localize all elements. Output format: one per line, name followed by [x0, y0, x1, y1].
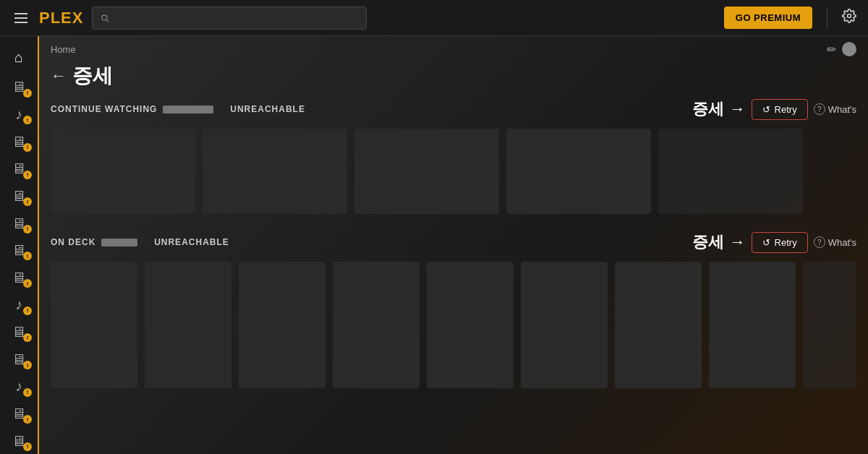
card-tall-1[interactable]	[51, 262, 137, 388]
retry-icon-2: ↺	[762, 237, 770, 248]
warn-badge-6: !	[23, 225, 32, 234]
search-input[interactable]	[116, 12, 359, 23]
section1-cards	[51, 129, 856, 214]
section2-retry-button[interactable]: ↺ Retry	[752, 232, 808, 253]
card-tall-5[interactable]	[427, 262, 514, 388]
sidebar-item-home[interactable]: ⌂	[7, 42, 30, 73]
retry-icon-1: ↺	[762, 104, 770, 115]
sidebar-item-6[interactable]: 🖥 !	[3, 210, 35, 236]
section1-header: CONTINUE WATCHING · UNREACHABLE 증세 → ↺ R…	[51, 98, 856, 120]
section-continue-watching: CONTINUE WATCHING · UNREACHABLE 증세 → ↺ R…	[39, 98, 868, 231]
sidebar-item-5[interactable]: 🖥 !	[3, 184, 35, 210]
card-wide-4[interactable]	[506, 129, 651, 214]
section2-whats-button[interactable]: ? What's	[814, 236, 856, 248]
warn-badge-8: !	[23, 279, 32, 288]
section2-arrow[interactable]: →	[730, 233, 746, 252]
section1-blurred	[163, 106, 213, 113]
warn-badge-12: !	[23, 388, 32, 397]
card-wide-5[interactable]	[658, 129, 803, 214]
warn-badge-13: !	[23, 415, 32, 424]
card-wide-1[interactable]	[51, 129, 195, 214]
section2-header: ON DECK · UNREACHABLE 증세 → ↺ Retry ? Wha…	[51, 231, 856, 253]
sidebar-item-14[interactable]: 🖥 !	[3, 428, 35, 454]
warn-badge-1: !	[23, 89, 32, 98]
card-tall-3[interactable]	[239, 262, 326, 388]
layout: ⌂ 🖥 ! ♪ ! 🖥 ! 🖥 ! 🖥 ! 🖥 ! 🖥 !	[0, 36, 868, 454]
breadcrumb-home: Home	[51, 44, 76, 55]
go-premium-button[interactable]: GO PREMIUM	[724, 7, 812, 29]
back-arrow[interactable]: ←	[51, 67, 67, 85]
warn-badge-3: !	[23, 143, 32, 152]
warn-badge-9: !	[23, 307, 32, 315]
sidebar-item-10[interactable]: 🖥 !	[3, 320, 35, 346]
sidebar-item-11[interactable]: 🖥 !	[3, 346, 35, 372]
card-tall-8[interactable]	[709, 262, 796, 388]
card-wide-3[interactable]	[354, 129, 499, 214]
plex-logo: PLEX	[39, 9, 83, 27]
breadcrumb-bar: Home ✏	[39, 36, 868, 59]
section1-retry-button[interactable]: ↺ Retry	[752, 99, 808, 120]
card-tall-7[interactable]	[615, 262, 702, 388]
sidebar-item-8[interactable]: 🖥 !	[3, 265, 35, 291]
section2-unreachable: UNREACHABLE	[154, 237, 229, 247]
section1-whats-button[interactable]: ? What's	[814, 103, 856, 115]
sidebar: ⌂ 🖥 ! ♪ ! 🖥 ! 🖥 ! 🖥 ! 🖥 ! 🖥 !	[0, 36, 39, 454]
search-icon	[100, 13, 110, 23]
section2-label: ON DECK	[51, 237, 95, 247]
hamburger-menu[interactable]	[12, 10, 30, 26]
warn-badge-14: !	[23, 442, 32, 451]
settings-icon[interactable]	[842, 9, 856, 27]
warn-badge-10: !	[23, 333, 32, 342]
page-title: 증세	[72, 62, 113, 90]
card-wide-2[interactable]	[203, 129, 347, 214]
sidebar-item-4[interactable]: 🖥 !	[3, 156, 35, 182]
section2-dot: ·	[145, 239, 147, 247]
warn-badge-4: !	[23, 171, 32, 179]
warn-badge-2: !	[23, 116, 32, 124]
nav-divider	[827, 7, 827, 29]
edit-icon[interactable]: ✏	[827, 43, 836, 56]
section2-blurred	[101, 239, 137, 247]
sidebar-item-9[interactable]: ♪ !	[3, 292, 35, 318]
sidebar-item-12[interactable]: ♪ !	[3, 374, 35, 400]
user-avatar[interactable]	[842, 42, 856, 56]
sidebar-item-1[interactable]: 🖥 !	[3, 74, 35, 100]
sidebar-item-2[interactable]: ♪ !	[3, 102, 35, 128]
section-on-deck: ON DECK · UNREACHABLE 증세 → ↺ Retry ? Wha…	[39, 231, 868, 406]
warn-badge-11: !	[23, 361, 32, 369]
section1-arrow[interactable]: →	[730, 100, 746, 119]
card-tall-4[interactable]	[333, 262, 420, 388]
card-tall-9[interactable]	[803, 262, 856, 388]
section1-nav-label: 증세	[692, 98, 724, 120]
warn-badge-7: !	[23, 252, 32, 260]
main-content: Home ✏ ← 증세 CONTINUE WATCHING · UNREACHA…	[39, 36, 868, 454]
card-tall-2[interactable]	[145, 262, 231, 388]
warn-badge-5: !	[23, 197, 32, 206]
search-bar[interactable]	[92, 7, 367, 30]
section1-unreachable: UNREACHABLE	[230, 104, 305, 114]
page-header: ← 증세	[39, 59, 868, 98]
question-icon-1: ?	[814, 103, 825, 115]
sidebar-item-3[interactable]: 🖥 !	[3, 129, 35, 155]
sidebar-item-7[interactable]: 🖥 !	[3, 238, 35, 264]
sidebar-item-13[interactable]: 🖥 !	[3, 401, 35, 427]
topnav: PLEX GO PREMIUM	[0, 0, 868, 36]
section2-nav-label: 증세	[692, 231, 724, 253]
section2-cards	[51, 262, 856, 388]
section1-dot: ·	[221, 106, 223, 113]
section1-label: CONTINUE WATCHING	[51, 104, 157, 114]
card-tall-6[interactable]	[521, 262, 608, 388]
question-icon-2: ?	[814, 236, 825, 248]
